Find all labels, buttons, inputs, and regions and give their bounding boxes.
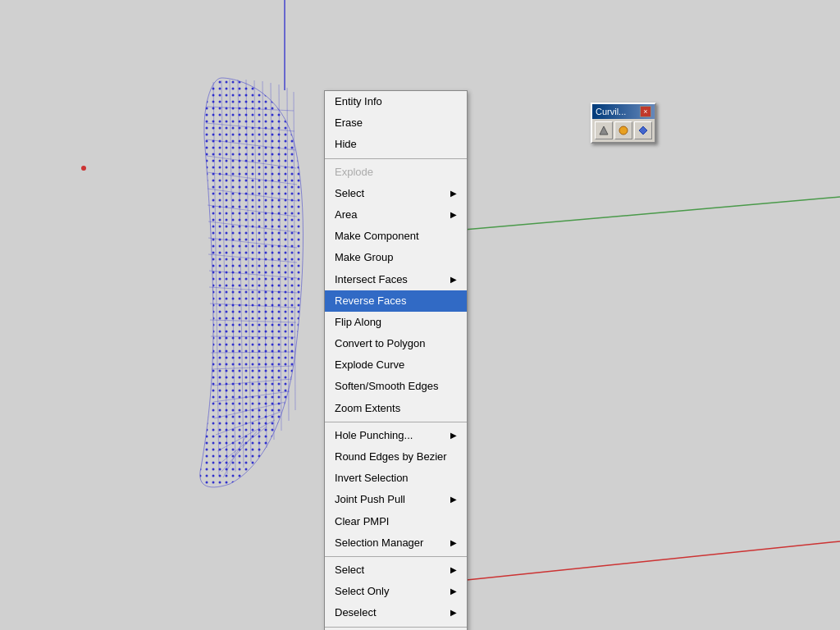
menu-item-entity-info[interactable]: Entity Info	[325, 91, 467, 112]
menu-item-label: Hole Punching...	[335, 428, 413, 443]
svg-line-19	[211, 336, 295, 337]
menu-item-hole-punching[interactable]: Hole Punching...▶	[325, 425, 467, 446]
svg-line-1	[443, 541, 840, 582]
menu-item-label: Clear PMPI	[335, 514, 389, 529]
menu-item-round-edges[interactable]: Round Edges by Bezier	[325, 446, 467, 468]
svg-point-3	[81, 166, 86, 171]
menu-item-label: Hide	[335, 137, 357, 152]
menu-item-label: Reverse Faces	[335, 294, 406, 308]
svg-line-28	[221, 431, 257, 472]
svg-line-36	[262, 81, 267, 448]
menu-item-erase[interactable]: Erase	[325, 112, 467, 134]
menu-item-explode: Explode	[325, 162, 467, 183]
menu-item-invert-selection[interactable]: Invert Selection	[325, 468, 467, 489]
panel-close-button[interactable]: ×	[640, 106, 651, 117]
panel-button-2[interactable]	[614, 121, 632, 139]
svg-line-21	[212, 366, 294, 369]
menu-item-label: Make Group	[335, 250, 394, 265]
svg-line-27	[220, 427, 267, 463]
menu-item-explode-curve[interactable]: Explode Curve	[325, 354, 467, 376]
svg-line-31	[221, 80, 227, 474]
context-menu: Entity InfoEraseHideExplodeSelect▶Area▶M…	[324, 90, 468, 630]
menu-item-label: Select	[335, 186, 364, 201]
svg-marker-43	[639, 126, 647, 135]
submenu-arrow-icon: ▶	[450, 537, 457, 549]
menu-item-label: Explode Curve	[335, 358, 404, 372]
submenu-arrow-icon: ▶	[450, 607, 457, 619]
svg-line-12	[208, 221, 297, 232]
svg-line-10	[208, 189, 297, 201]
menu-item-joint-push-pull[interactable]: Joint Push Pull▶	[325, 489, 467, 510]
menu-item-label: Area	[335, 208, 357, 222]
menu-item-label: Flip Along	[335, 315, 381, 330]
svg-line-17	[210, 304, 296, 308]
submenu-arrow-icon: ▶	[450, 586, 457, 597]
svg-line-32	[230, 80, 235, 472]
menu-item-label: Select Only	[335, 584, 389, 599]
svg-line-22	[212, 379, 292, 386]
menu-item-intersect-faces[interactable]: Intersect Faces▶	[325, 269, 467, 290]
svg-line-14	[208, 254, 297, 262]
menu-item-label: Deselect	[335, 605, 377, 620]
svg-line-37	[271, 83, 274, 440]
svg-line-40	[294, 92, 295, 410]
menu-separator	[325, 627, 467, 628]
svg-line-24	[214, 402, 285, 418]
svg-line-30	[213, 82, 219, 476]
menu-separator	[325, 422, 467, 422]
svg-line-33	[238, 80, 244, 468]
menu-item-soften-smooth[interactable]: Soften/Smooth Edges	[325, 376, 467, 397]
menu-item-label: Zoom Extents	[335, 401, 400, 416]
menu-item-flip-along[interactable]: Flip Along	[325, 312, 467, 333]
menu-item-make-group[interactable]: Make Group	[325, 247, 467, 268]
menu-item-label: Invert Selection	[335, 471, 409, 486]
menu-item-label: Convert to Polygon	[335, 336, 426, 351]
menu-item-select-only[interactable]: Select Only▶	[325, 581, 467, 602]
svg-line-5	[207, 107, 294, 111]
menu-item-label: Make Component	[335, 229, 419, 244]
menu-item-label: Intersect Faces	[335, 272, 408, 287]
menu-item-select2[interactable]: Select▶	[325, 559, 467, 581]
menu-item-label: Round Edges by Bezier	[335, 450, 447, 464]
menu-item-area[interactable]: Area▶	[325, 204, 467, 226]
submenu-arrow-icon: ▶	[450, 209, 457, 221]
svg-line-13	[208, 238, 297, 248]
svg-line-25	[216, 412, 281, 435]
menu-item-label: Erase	[335, 116, 363, 130]
svg-line-6	[206, 123, 294, 131]
svg-line-8	[207, 156, 296, 168]
panel-button-1[interactable]	[595, 121, 613, 139]
submenu-arrow-icon: ▶	[450, 564, 457, 576]
svg-line-23	[213, 391, 290, 402]
svg-marker-41	[600, 126, 608, 135]
submenu-arrow-icon: ▶	[450, 494, 457, 505]
menu-item-label: Soften/Smooth Edges	[335, 379, 438, 394]
menu-item-label: Entity Info	[335, 94, 382, 109]
menu-item-clear-pmpi[interactable]: Clear PMPI	[325, 511, 467, 532]
menu-item-make-component[interactable]: Make Component	[325, 226, 467, 247]
panel-title: Curvil...	[596, 107, 626, 116]
panel-buttons-row	[592, 119, 655, 142]
menu-item-reverse-faces[interactable]: Reverse Faces	[325, 290, 467, 312]
menu-item-label: Select	[335, 563, 364, 578]
svg-line-29	[223, 436, 246, 477]
svg-line-34	[246, 80, 251, 462]
menu-item-deselect[interactable]: Deselect▶	[325, 602, 467, 623]
svg-line-35	[254, 80, 259, 455]
svg-line-9	[207, 172, 297, 185]
menu-item-selection-manager[interactable]: Selection Manager▶	[325, 532, 467, 554]
floating-panel: Curvil... ×	[591, 103, 656, 144]
menu-item-label: Selection Manager	[335, 536, 423, 550]
menu-separator	[325, 556, 467, 557]
menu-item-label: Explode	[335, 165, 373, 180]
svg-line-7	[206, 139, 295, 150]
svg-line-20	[211, 352, 294, 353]
panel-button-3[interactable]	[634, 121, 652, 139]
menu-item-label: Joint Push Pull	[335, 492, 405, 507]
menu-item-convert-polygon[interactable]: Convert to Polygon	[325, 333, 467, 354]
submenu-arrow-icon: ▶	[450, 188, 457, 199]
menu-item-hide[interactable]: Hide	[325, 134, 467, 155]
menu-item-zoom-extents[interactable]: Zoom Extents	[325, 398, 467, 419]
submenu-arrow-icon: ▶	[450, 430, 457, 441]
menu-item-select[interactable]: Select▶	[325, 183, 467, 204]
